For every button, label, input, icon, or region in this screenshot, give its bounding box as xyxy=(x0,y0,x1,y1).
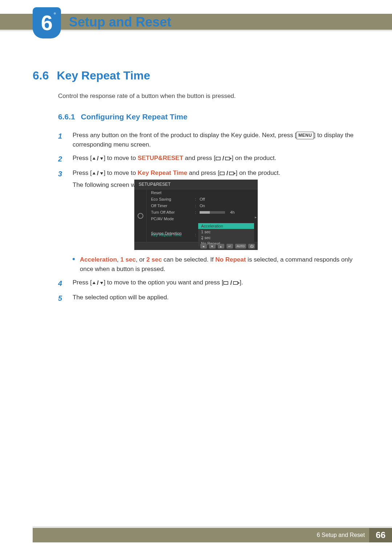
svg-rect-2 xyxy=(216,157,220,160)
page-number: 66 xyxy=(369,528,392,542)
svg-marker-8 xyxy=(93,282,95,284)
svg-marker-5 xyxy=(100,172,103,175)
osd-nav-left-icon: ◂ xyxy=(200,244,207,249)
chapter-number: 6 xyxy=(41,12,53,33)
svg-marker-0 xyxy=(93,157,95,160)
chapter-badge: 6 xyxy=(33,7,61,38)
svg-marker-9 xyxy=(100,282,103,284)
step-5-body: The selected option will be applied. xyxy=(73,293,359,304)
subsection-heading: 6.6.1 Configuring Key Repeat Time xyxy=(58,112,359,121)
step-2: 2 Press [/] to move to SETUP&RESET and p… xyxy=(58,153,359,165)
osd-gear-icon xyxy=(134,189,147,242)
svg-rect-11 xyxy=(233,282,238,284)
chapter-title: Setup and Reset xyxy=(69,15,171,30)
subsection-title: Configuring Key Repeat Time xyxy=(81,112,188,121)
osd-dropdown: Acceleration 1 sec 2 sec No Repeat xyxy=(198,223,254,246)
osd-power-icon: ⏻ xyxy=(248,244,255,249)
osd-screenshot: SETUP&RESET Reset Eco Saving:Off Off Tim… xyxy=(134,180,258,250)
osd-row-off-timer: Off Timer:On xyxy=(147,202,258,209)
svg-marker-4 xyxy=(93,172,95,175)
section-number: 6.6 xyxy=(33,69,49,82)
svg-marker-1 xyxy=(100,157,103,160)
section-description: Control the response rate of a button wh… xyxy=(58,93,359,100)
svg-rect-10 xyxy=(224,282,228,284)
step-1: 1 Press any button on the front of the p… xyxy=(58,131,359,150)
up-down-arrow-icon: / xyxy=(92,169,104,178)
footer-label: 6 Setup and Reset xyxy=(317,532,365,538)
osd-row-turn-off: Turn Off After:4h xyxy=(147,209,258,216)
osd-nav-down-icon: ▾ xyxy=(209,244,216,249)
svg-rect-3 xyxy=(225,157,230,160)
enter-source-icon: / xyxy=(223,278,240,288)
enter-source-icon: / xyxy=(216,154,232,163)
step-2-body: Press [/] to move to SETUP&RESET and pre… xyxy=(73,153,359,165)
steps-continued: Acceleration, 1 sec, or 2 sec can be sel… xyxy=(58,249,359,304)
osd-dropdown-item: 2 sec xyxy=(198,235,254,241)
svg-rect-7 xyxy=(229,172,234,175)
osd-row-reset: Reset xyxy=(147,189,258,196)
svg-rect-6 xyxy=(220,172,224,175)
subsection-number: 6.6.1 xyxy=(58,112,75,121)
bullet-icon xyxy=(73,258,75,260)
chevron-right-icon: ▸ xyxy=(255,215,257,219)
enter-source-icon: / xyxy=(220,169,236,178)
menu-key-icon: MENU xyxy=(297,132,314,139)
osd-enter-icon: ↵ xyxy=(226,244,233,249)
osd-nav-up-icon: ▴ xyxy=(218,244,224,249)
section-title: Key Repeat Time xyxy=(57,69,150,82)
step-1-body: Press any button on the front of the pro… xyxy=(73,131,359,150)
footer-bar: 6 Setup and Reset 66 xyxy=(33,528,392,542)
bullet-row: Acceleration, 1 sec, or 2 sec can be sel… xyxy=(73,255,359,274)
osd-row-pcav: PC/AV Mode xyxy=(147,216,258,222)
osd-dropdown-item: 1 sec xyxy=(198,229,254,235)
step-4: 4 Press [/] to move to the option you wa… xyxy=(58,278,359,289)
osd-auto-button: AUTO xyxy=(235,244,246,249)
up-down-arrow-icon: / xyxy=(92,278,104,288)
step-4-body: Press [/] to move to the option you want… xyxy=(73,278,359,289)
step-3-bullet: Acceleration, 1 sec, or 2 sec can be sel… xyxy=(58,252,359,274)
osd-dropdown-item: Acceleration xyxy=(198,223,254,229)
osd-row-eco: Eco Saving:Off xyxy=(147,196,258,202)
osd-title: SETUP&RESET xyxy=(134,180,258,189)
osd-slider xyxy=(200,211,225,214)
section-heading: 6.6 Key Repeat Time xyxy=(33,69,359,82)
up-down-arrow-icon: / xyxy=(92,154,104,163)
step-5: 5 The selected option will be applied. xyxy=(58,293,359,304)
